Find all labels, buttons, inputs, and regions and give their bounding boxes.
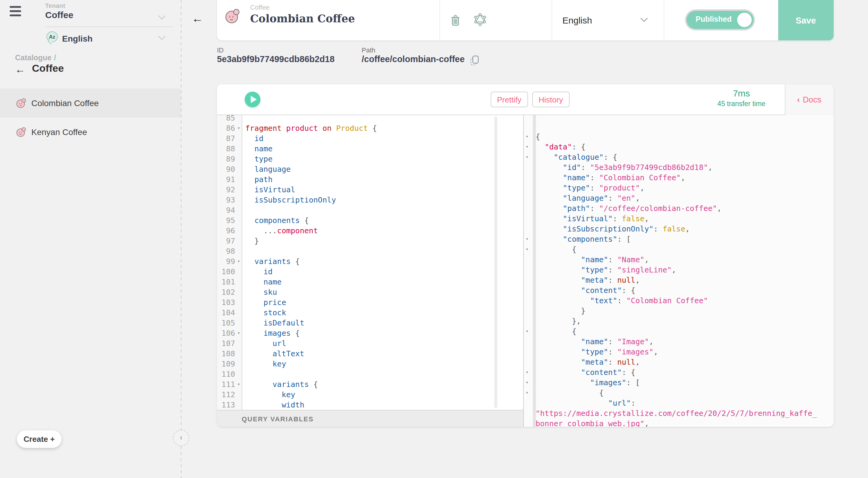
code-line: 93 isSubscriptionOnly <box>217 195 523 205</box>
result-line: ▾{ <box>524 131 833 142</box>
sidebar-collapse-button[interactable]: ‹ <box>173 430 189 446</box>
transfer-time: 45 transfer time <box>681 100 802 107</box>
id-label: ID <box>217 46 224 54</box>
copy-icon[interactable] <box>470 55 480 66</box>
code-line: 107 url <box>217 338 523 348</box>
execute-query-button[interactable] <box>245 91 260 107</box>
code-line: 104 stock <box>217 308 523 318</box>
pig-icon <box>224 8 241 24</box>
query-time: 7ms <box>681 88 802 98</box>
result-line: ▾ "images": [ <box>524 377 833 388</box>
result-line: "path": "/coffee/colombian-coffee", <box>524 203 833 213</box>
chevron-down-icon[interactable] <box>158 15 166 20</box>
breadcrumb[interactable]: Catalogue/ <box>15 54 56 62</box>
language-icon: Az <box>46 31 58 42</box>
breadcrumb-catalogue[interactable]: Catalogue <box>15 54 52 62</box>
sidebar-language-select[interactable]: English <box>62 34 93 43</box>
result-line: "type": "product", <box>524 183 833 193</box>
query-editor[interactable]: 8586▾fragment product on Product {87 id8… <box>217 115 523 410</box>
hamburger-menu-icon[interactable] <box>10 6 21 16</box>
result-line: "name": "Colombian Coffee", <box>524 172 833 183</box>
sidebar-divider-dashed <box>181 0 181 478</box>
result-line: "name": "Name", <box>524 254 833 265</box>
pig-icon <box>16 98 27 108</box>
document-header: Coffee Colombian Coffee English Publishe… <box>217 0 833 40</box>
sidebar-back-arrow[interactable]: ← <box>15 64 25 76</box>
result-line: "type": "singleLine", <box>524 265 833 275</box>
pig-icon <box>16 127 27 137</box>
publish-toggle[interactable]: Published <box>687 11 753 29</box>
prettify-button[interactable]: Prettify <box>490 92 528 107</box>
code-line: 99▾ variants { <box>217 256 523 266</box>
code-line: 90 language <box>217 164 523 174</box>
result-line: ▾ { <box>524 388 833 398</box>
publish-toggle-label: Published <box>695 15 732 24</box>
tenant-label: Tenant <box>45 2 65 9</box>
path-value: /coffee/colombian-coffee <box>362 54 465 64</box>
result-line: "url": <box>524 398 833 408</box>
code-line: 97 } <box>217 236 523 246</box>
result-line: } <box>524 306 833 316</box>
trash-icon[interactable] <box>450 14 461 27</box>
code-line: 106▾ images { <box>217 328 523 338</box>
result-line: ▾ "data": { <box>524 142 833 152</box>
code-line: 111▾ variants { <box>217 379 523 389</box>
save-button[interactable]: Save <box>778 0 833 40</box>
result-line: "isVirtual": false, <box>524 213 833 224</box>
sidebar-item-label: Colombian Coffee <box>31 98 99 108</box>
result-line: "type": "images", <box>524 347 833 357</box>
header-language-select[interactable]: English <box>562 15 592 25</box>
result-line: ▾ "content": { <box>524 367 833 377</box>
result-line: "name": "Image", <box>524 336 833 347</box>
code-line: 109 key <box>217 359 523 369</box>
result-line: ▾ "components": [ <box>524 234 833 244</box>
code-line: 95 components { <box>217 215 523 225</box>
playground-toolbar: Prettify History 7ms 45 transfer time ‹ … <box>217 84 833 115</box>
code-line: 96 ...component <box>217 225 523 236</box>
create-button[interactable]: Create + <box>17 431 61 448</box>
code-line: 86▾fragment product on Product { <box>217 123 523 133</box>
sidebar-item-colombian-coffee[interactable]: Colombian Coffee <box>0 89 181 118</box>
code-line: 113 width <box>217 400 523 410</box>
code-line: 103 price <box>217 297 523 308</box>
chevron-down-icon[interactable] <box>158 36 166 40</box>
back-arrow[interactable]: ← <box>192 12 203 25</box>
result-line: "meta": null, <box>524 275 833 285</box>
result-line: "isSubscriptionOnly": false, <box>524 224 833 234</box>
result-line: "content": { <box>524 285 833 295</box>
divider <box>552 0 552 40</box>
code-line: 105 isDefault <box>217 318 523 328</box>
sidebar-item-kenyan-coffee[interactable]: Kenyan Coffee <box>0 118 181 147</box>
code-line: 102 sku <box>217 287 523 297</box>
code-line: 112 key <box>217 389 523 400</box>
code-line: 101 name <box>217 277 523 287</box>
result-line: ▾ { <box>524 244 833 254</box>
code-line: 88 name <box>217 144 523 154</box>
docs-label: Docs <box>803 95 822 104</box>
app-window: Tenant Coffee Az English Catalogue/ ← Co… <box>0 0 868 478</box>
code-line: 108 altText <box>217 348 523 359</box>
sidebar: Tenant Coffee Az English Catalogue/ ← Co… <box>0 0 181 478</box>
result-line: "meta": null, <box>524 357 833 367</box>
code-line: 87 id <box>217 133 523 144</box>
result-line: }, <box>524 316 833 326</box>
divider <box>664 0 664 40</box>
sidebar-section-title: Coffee <box>32 63 64 75</box>
result-rows: ▾{▾ "data": {▾ "catalogue": { "id": "5e3… <box>524 131 833 427</box>
docs-button[interactable]: ‹ Docs <box>784 84 833 115</box>
result-line: "id": "5e3ab9f9b77499cdb86b2d18", <box>524 162 833 172</box>
history-button[interactable]: History <box>532 92 569 107</box>
code-line: 92 isVirtual <box>217 185 523 195</box>
code-line: 100 id <box>217 266 523 277</box>
code-line: 91 path <box>217 174 523 185</box>
divider <box>45 27 173 27</box>
result-line: "https://media.crystallize.com/coffee/20… <box>524 408 833 418</box>
result-line: "text": "Colombian Coffee" <box>524 295 833 306</box>
path-label: Path <box>362 46 375 54</box>
query-variables-bar[interactable]: QUERY VARIABLES <box>217 410 523 427</box>
chevron-down-icon[interactable] <box>640 18 648 22</box>
item-type-label: Coffee <box>250 4 270 11</box>
breadcrumb-separator: / <box>54 54 56 62</box>
tenant-name[interactable]: Coffee <box>45 10 73 20</box>
graphql-icon[interactable] <box>474 13 487 26</box>
